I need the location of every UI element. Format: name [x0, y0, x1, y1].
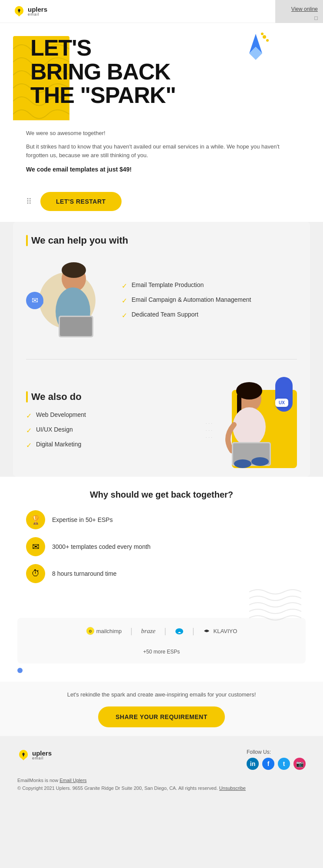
instagram-icon[interactable]: 📷 [293, 758, 306, 770]
why-item-1: 🏆 Expertise in 50+ ESPs [26, 510, 297, 529]
male-person-svg [26, 255, 109, 346]
follow-label: Follow Us: [247, 749, 306, 755]
esp-more-text: +50 more ESPs [26, 649, 297, 655]
hero-section: LET'S BRING BACK THE "SPARK" [0, 23, 323, 120]
svg-text:☁: ☁ [178, 630, 181, 634]
why-text-2: 3000+ templates coded every month [52, 543, 151, 550]
share-requirement-button[interactable]: SHARE YOUR REQUIREMENT [98, 706, 224, 727]
esp-mailchimp: ⚙ mailchimp [86, 627, 122, 635]
lets-restart-button[interactable]: LET'S RESTART [40, 192, 122, 211]
also-list: ✓ Web Development ✓ UI/UX Design ✓ Digit… [26, 411, 201, 449]
klaviyo-label: KLAVIYO [214, 628, 237, 634]
dots-decoration: ⠿ [26, 197, 32, 206]
help-item-1: ✓ Email Template Production [122, 281, 297, 290]
footer-logo: uplers email [17, 749, 52, 761]
svg-point-4 [261, 33, 264, 35]
also-item-2-text: UI/UX Design [36, 426, 73, 433]
svg-point-9 [62, 262, 86, 278]
check-icon-2: ✓ [122, 297, 127, 305]
scroll-indicator [314, 17, 318, 20]
also-title-text: We also do [31, 391, 82, 403]
help-section-title: We can help you with [26, 235, 297, 246]
footer: uplers email Follow Us: in f t 📷 EmailMo… [0, 736, 323, 805]
why-text-3: 8 hours turnaround time [52, 570, 117, 577]
braze-label: braze [141, 627, 155, 635]
help-item-1-text: Email Template Production [132, 281, 204, 288]
hero-subtext: We were so awesome together! But it stri… [0, 120, 323, 188]
also-item-3: ✓ Digital Marketing [26, 441, 201, 449]
help-section: ✉ ✓ Emai [26, 255, 297, 346]
person-male-image: ✉ [26, 255, 113, 346]
help-item-3: ✓ Dedicated Team Support [122, 311, 297, 320]
why-icon-2: ✉ [26, 537, 45, 556]
subtext-line3: We code email templates at just $49! [26, 165, 297, 174]
title-bar-accent [26, 235, 28, 246]
svg-point-17 [234, 459, 251, 468]
also-section: We also do ✓ Web Development ✓ UI/UX Des… [26, 368, 297, 468]
also-check-2: ✓ [26, 426, 32, 435]
why-item-2: ✉ 3000+ templates coded every month [26, 537, 297, 556]
email-uplers-link[interactable]: Email Uplers [59, 778, 86, 783]
esp-klaviyo: KLAVIYO [203, 628, 237, 634]
also-title-bar [26, 391, 28, 403]
footer-text: EmailMonks is now Email Uplers © Copyrig… [17, 777, 306, 792]
facebook-icon[interactable]: f [262, 758, 274, 770]
twitter-icon[interactable]: t [278, 758, 290, 770]
header: uplers email [0, 0, 323, 23]
footer-logo-main: uplers [32, 750, 52, 756]
esp-braze: braze [141, 627, 155, 635]
mailchimp-icon: ⚙ [86, 627, 95, 635]
hero-line1: LET'S [30, 35, 91, 60]
emailmonks-note: EmailMonks is now Email Uplers [17, 777, 306, 785]
esp-section: ⚙ mailchimp | braze | ☁ | KLAVIYO [0, 609, 323, 682]
also-item-3-text: Digital Marketing [36, 441, 81, 448]
footer-logo-icon [17, 749, 30, 761]
help-item-2-text: Email Campaign & Automation Management [132, 296, 251, 303]
footer-follow-section: Follow Us: in f t 📷 [247, 749, 306, 770]
also-section-title: We also do [26, 391, 201, 403]
uplers-logo-icon [13, 5, 25, 17]
logo: uplers email [13, 5, 47, 17]
blue-dot [17, 668, 23, 673]
help-item-3-text: Dedicated Team Support [132, 311, 198, 318]
esp-div-1: | [130, 627, 132, 636]
why-icon-1: 🏆 [26, 510, 45, 529]
logo-main-text: uplers [28, 6, 47, 13]
check-icon-3: ✓ [122, 311, 127, 320]
help-list: ✓ Email Template Production ✓ Email Camp… [122, 255, 297, 346]
footer-top: uplers email Follow Us: in f t 📷 [17, 749, 306, 770]
esp-div-3: | [192, 627, 194, 636]
svg-text:⚙: ⚙ [89, 629, 92, 634]
person-female-image: ········· UX [210, 373, 297, 468]
esp-logos-container: ⚙ mailchimp | braze | ☁ | KLAVIYO [17, 618, 306, 663]
help-title-text: We can help you with [31, 235, 128, 246]
also-content: We also do ✓ Web Development ✓ UI/UX Des… [26, 391, 201, 449]
svg-point-14 [233, 407, 266, 446]
salesforce-icon: ☁ [175, 627, 184, 635]
svg-point-18 [251, 457, 269, 466]
hero-line2: BRING BACK [30, 59, 170, 84]
esp-div-2: | [164, 627, 166, 636]
subtext-line1: We were so awesome together! [26, 129, 297, 138]
unsubscribe-link[interactable]: Unsubscribe [219, 785, 246, 791]
cta-section: ⠿ LET'S RESTART [0, 188, 323, 222]
view-online-link[interactable]: View online [291, 6, 318, 12]
svg-point-2 [263, 35, 266, 39]
linkedin-icon[interactable]: in [247, 758, 259, 770]
ux-badge: UX [275, 399, 288, 407]
rekindle-section: Let's rekindle the spark and create awe-… [0, 682, 323, 736]
spark-icon [241, 32, 271, 64]
why-text-1: Expertise in 50+ ESPs [52, 516, 113, 523]
social-icons: in f t 📷 [247, 758, 306, 770]
svg-point-10 [39, 300, 43, 305]
logo-sub-text: email [28, 13, 47, 17]
female-person-svg [210, 373, 297, 468]
rekindle-text: Let's rekindle the spark and create awe-… [26, 690, 297, 699]
email-wrapper: View online uplers email [0, 0, 323, 805]
svg-point-3 [266, 39, 269, 42]
why-item-3: ⏱ 8 hours turnaround time [26, 564, 297, 583]
also-item-2: ✓ UI/UX Design [26, 426, 201, 435]
services-card: We can help you with ✉ [13, 222, 310, 477]
logo-text: uplers email [28, 6, 47, 17]
also-check-1: ✓ [26, 412, 32, 420]
